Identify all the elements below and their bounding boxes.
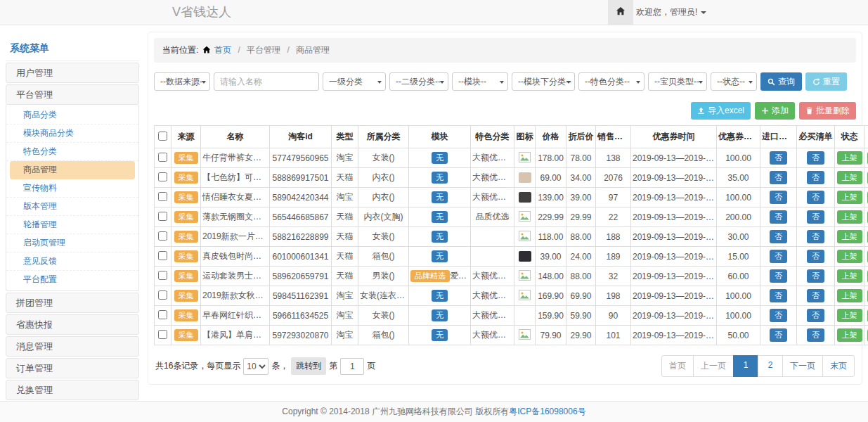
- sidebar-item-版本管理[interactable]: 版本管理: [6, 198, 138, 216]
- status-badge[interactable]: 上架: [837, 309, 862, 322]
- page-button-2[interactable]: 2: [758, 355, 783, 377]
- sidebar-group-省惠快报[interactable]: 省惠快报: [6, 314, 139, 335]
- discount-price-cell: 29.90: [566, 326, 596, 345]
- must-buy-toggle[interactable]: 否: [807, 289, 824, 302]
- must-buy-toggle[interactable]: 否: [807, 191, 824, 204]
- product-image-icon: [519, 234, 531, 243]
- user-menu[interactable]: 欢迎您，管理员!: [636, 0, 706, 25]
- filter-select-level2-category[interactable]: --二级分类--: [389, 72, 448, 91]
- import-select-toggle[interactable]: 否: [770, 250, 787, 263]
- filter-select-item-type[interactable]: --宝贝类型--: [648, 72, 707, 91]
- coupon-amount-cell: 200.00: [717, 207, 760, 227]
- status-cell: 上架: [835, 207, 864, 227]
- status-cell: 上架: [835, 148, 864, 168]
- status-badge[interactable]: 上架: [837, 210, 862, 224]
- sidebar-item-宣传物料[interactable]: 宣传物料: [6, 179, 138, 198]
- must-buy-toggle[interactable]: 否: [807, 250, 824, 263]
- sidebar-group-兑换管理[interactable]: 兑换管理: [6, 380, 139, 400]
- must-buy-toggle[interactable]: 否: [807, 171, 824, 184]
- must-buy-toggle[interactable]: 否: [807, 269, 824, 283]
- page-button-1[interactable]: 1: [733, 355, 758, 377]
- column-header-来源: 来源: [171, 126, 201, 148]
- row-checkbox[interactable]: [158, 212, 167, 221]
- sidebar-item-平台配置[interactable]: 平台配置: [6, 271, 138, 289]
- status-badge[interactable]: 上架: [837, 171, 862, 184]
- jump-button[interactable]: 跳转到: [291, 357, 326, 375]
- sidebar-group-拼团管理[interactable]: 拼团管理: [6, 293, 139, 313]
- per-page-select[interactable]: 10: [243, 358, 268, 375]
- filter-select-module[interactable]: --模块--: [452, 72, 508, 91]
- status-badge[interactable]: 上架: [837, 289, 862, 302]
- taoke-id-cell: 589620659791: [270, 267, 332, 286]
- import-select-toggle[interactable]: 否: [770, 328, 787, 342]
- icp-link[interactable]: 粤ICP备16098006号: [509, 407, 585, 416]
- page-button-末页[interactable]: 末页: [822, 355, 855, 377]
- row-checkbox[interactable]: [158, 192, 167, 201]
- sidebar-group-消息管理[interactable]: 消息管理: [6, 336, 139, 357]
- module-cell: 无: [409, 326, 471, 345]
- row-checkbox[interactable]: [158, 251, 167, 260]
- import-select-toggle[interactable]: 否: [770, 269, 787, 283]
- must-buy-toggle[interactable]: 否: [807, 309, 824, 322]
- coupon-time-cell: 2019-09-13—2019-09-17: [631, 207, 717, 227]
- sidebar-item-模块商品分类[interactable]: 模块商品分类: [6, 124, 138, 143]
- status-badge[interactable]: 上架: [837, 191, 862, 204]
- must-buy-toggle[interactable]: 否: [807, 230, 824, 243]
- filter-select-module-sub-category[interactable]: --模块下分类--: [512, 72, 575, 91]
- sidebar-group-用户管理[interactable]: 用户管理: [6, 63, 139, 83]
- sidebar-item-轮播管理[interactable]: 轮播管理: [6, 216, 138, 234]
- sidebar-group-订单管理[interactable]: 订单管理: [6, 358, 139, 378]
- sidebar-item-意见反馈[interactable]: 意见反馈: [6, 252, 138, 271]
- search-name-input[interactable]: [214, 72, 319, 91]
- row-checkbox[interactable]: [158, 290, 167, 300]
- column-header-销售数量: 销售数量: [596, 126, 631, 148]
- row-checkbox[interactable]: [158, 271, 167, 280]
- must-buy-cell: 否: [797, 168, 835, 188]
- import-select-toggle[interactable]: 否: [770, 191, 787, 204]
- row-checkbox[interactable]: [158, 231, 167, 241]
- filter-select-status[interactable]: --状态--: [711, 72, 757, 91]
- row-checkbox[interactable]: [158, 172, 167, 181]
- row-checkbox[interactable]: [158, 330, 167, 339]
- sidebar-item-商品分类[interactable]: 商品分类: [6, 106, 138, 124]
- status-badge[interactable]: 上架: [837, 269, 862, 283]
- goto-page-input[interactable]: [340, 358, 364, 375]
- query-button[interactable]: 查询: [760, 72, 802, 91]
- type-cell: 天猫: [332, 207, 358, 227]
- import-select-toggle[interactable]: 否: [770, 210, 787, 224]
- sidebar-group-平台管理[interactable]: 平台管理: [6, 84, 139, 105]
- must-buy-toggle[interactable]: 否: [807, 151, 824, 165]
- coupon-amount-cell: 100.00: [717, 306, 760, 326]
- top-header: V省钱达人 欢迎您，管理员!: [0, 0, 868, 25]
- batch-delete-button[interactable]: 批量删除: [799, 102, 856, 120]
- must-buy-toggle[interactable]: 否: [807, 210, 824, 224]
- select-all-checkbox[interactable]: [158, 132, 167, 141]
- import-select-toggle[interactable]: 否: [770, 289, 787, 302]
- status-badge[interactable]: 上架: [837, 230, 862, 243]
- must-buy-toggle[interactable]: 否: [807, 328, 824, 342]
- import-excel-button[interactable]: 导入excel: [691, 102, 751, 120]
- page-button-下一页[interactable]: 下一页: [782, 355, 823, 377]
- import-select-toggle[interactable]: 否: [770, 151, 787, 165]
- status-badge[interactable]: 上架: [837, 328, 862, 342]
- import-select-toggle[interactable]: 否: [770, 171, 787, 184]
- import-select-toggle[interactable]: 否: [770, 230, 787, 243]
- filter-select-feature-category[interactable]: --特色分类--: [578, 72, 644, 91]
- import-select-toggle[interactable]: 否: [770, 309, 787, 322]
- filter-select-data-source[interactable]: --数据来源--: [154, 72, 210, 91]
- status-badge[interactable]: 上架: [837, 250, 862, 263]
- status-badge[interactable]: 上架: [837, 151, 862, 165]
- sidebar-item-特色分类[interactable]: 特色分类: [6, 143, 138, 161]
- sidebar-item-商品管理[interactable]: 商品管理: [10, 161, 135, 179]
- coupon-time-cell: 2019-09-13—2019-09-17: [631, 148, 717, 168]
- breadcrumb-home-link[interactable]: 首页: [214, 45, 231, 55]
- reset-button[interactable]: 重置: [805, 72, 847, 91]
- row-checkbox[interactable]: [158, 153, 167, 162]
- home-button[interactable]: [608, 0, 633, 25]
- filter-select-level1-category[interactable]: 一级分类: [323, 72, 386, 91]
- add-button[interactable]: 添加: [755, 102, 795, 120]
- discount-price-cell: 39.00: [566, 188, 596, 207]
- table-row: 采集【七色纺】可爱纯棉家...588869917501天猫内衣()无大额优惠券6…: [155, 168, 868, 188]
- row-checkbox[interactable]: [158, 310, 167, 319]
- sidebar-item-启动页管理[interactable]: 启动页管理: [6, 234, 138, 252]
